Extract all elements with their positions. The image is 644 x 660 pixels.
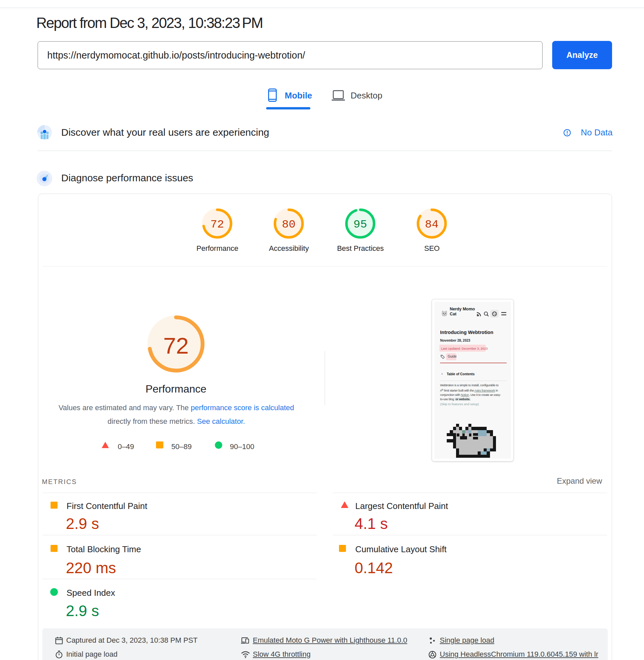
svg-text:84: 84 [425, 218, 439, 231]
svg-text:72: 72 [211, 218, 224, 231]
svg-text:72: 72 [163, 333, 189, 359]
svg-text:95: 95 [353, 218, 367, 231]
svg-text:80: 80 [282, 218, 296, 231]
